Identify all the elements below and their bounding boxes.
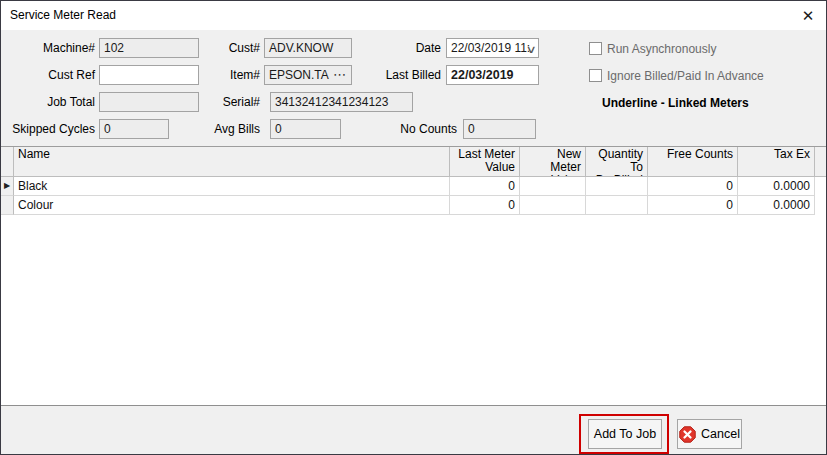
skipped-cycles-value: 0 [104, 122, 111, 136]
header-quantity-to-be-billed: Quantity ToBe Billed [586, 147, 648, 177]
no-counts-label: No Counts [371, 119, 457, 139]
ignore-billed-row: Ignore Billed/Paid In Advance [589, 68, 764, 83]
serial-field[interactable]: 34132412341234123 [270, 92, 413, 112]
grid-header-row: Name Last MeterValue New MeterValue Quan… [1, 147, 826, 177]
serial-value: 34132412341234123 [275, 95, 388, 109]
date-field[interactable]: 22/03/2019 11: ∨ [446, 38, 539, 58]
cell-tax-ex[interactable]: 0.0000 [738, 177, 815, 196]
cust-field[interactable]: ADV.KNOW [264, 38, 352, 58]
cell-filler [815, 177, 826, 196]
cell-filler [815, 196, 826, 215]
chevron-down-icon[interactable]: ∨ [525, 40, 536, 58]
linked-meters-note: Underline - Linked Meters [602, 96, 749, 110]
cell-name[interactable]: Colour [14, 196, 450, 215]
machine-label: Machine# [1, 38, 95, 58]
header-filler [815, 147, 826, 177]
ignore-billed-checkbox[interactable] [589, 69, 602, 82]
cancel-button[interactable]: Cancel [677, 419, 742, 449]
date-label: Date [356, 38, 441, 58]
add-to-job-button[interactable]: Add To Job [588, 419, 662, 449]
cust-label: Cust# [151, 38, 260, 58]
footer-bar: Add To Job Cancel [1, 405, 826, 454]
serial-label: Serial# [151, 92, 260, 112]
no-counts-value: 0 [468, 122, 475, 136]
last-billed-field[interactable]: 22/03/2019 [446, 65, 539, 85]
avg-bills-field[interactable]: 0 [270, 119, 341, 139]
item-field[interactable]: EPSON.TA ⋯ [264, 65, 352, 85]
row-selector-cell [1, 196, 14, 215]
cell-free-counts[interactable]: 0 [648, 177, 738, 196]
add-to-job-label: Add To Job [594, 427, 656, 441]
cancel-label: Cancel [701, 427, 740, 441]
cell-quantity-to-be-billed[interactable] [586, 177, 648, 196]
cell-free-counts[interactable]: 0 [648, 196, 738, 215]
cust-ref-label: Cust Ref [1, 65, 95, 85]
header-name: Name [14, 147, 450, 177]
last-billed-value: 22/03/2019 [451, 68, 514, 82]
machine-value: 102 [104, 41, 124, 55]
cell-name[interactable]: Black [14, 177, 450, 196]
avg-bills-value: 0 [275, 122, 282, 136]
header-selector-cell [1, 147, 14, 177]
run-async-label: Run Asynchronously [607, 42, 716, 56]
job-total-label: Job Total [1, 92, 95, 112]
cell-last-meter-value[interactable]: 0 [450, 196, 520, 215]
date-value: 22/03/2019 11: [451, 41, 530, 55]
no-counts-field[interactable]: 0 [463, 119, 536, 139]
table-row[interactable]: Colour 0 0 0.0000 [1, 196, 826, 215]
item-browse-button[interactable]: ⋯ [333, 66, 347, 84]
run-async-checkbox[interactable] [589, 42, 602, 55]
cust-value: ADV.KNOW [269, 41, 333, 55]
title-bar[interactable]: Service Meter Read ✕ [1, 1, 826, 30]
skipped-cycles-label: Skipped Cycles [1, 119, 95, 139]
cell-tax-ex[interactable]: 0.0000 [738, 196, 815, 215]
run-async-row: Run Asynchronously [589, 41, 716, 56]
dialog-title: Service Meter Read [10, 8, 116, 22]
avg-bills-label: Avg Bills [151, 119, 260, 139]
meter-grid: Name Last MeterValue New MeterValue Quan… [1, 146, 826, 405]
cell-new-meter-value[interactable] [520, 196, 586, 215]
header-last-meter-value: Last MeterValue [450, 147, 520, 177]
table-row[interactable]: ▶ Black 0 0 0.0000 [1, 177, 826, 196]
cancel-stop-icon [679, 426, 696, 443]
close-icon[interactable]: ✕ [796, 5, 820, 27]
row-selector-icon: ▶ [1, 177, 14, 196]
header-tax-ex: Tax Ex [738, 147, 815, 177]
last-billed-label: Last Billed [356, 65, 441, 85]
item-label: Item# [151, 65, 260, 85]
header-free-counts: Free Counts [648, 147, 738, 177]
ignore-billed-label: Ignore Billed/Paid In Advance [607, 69, 764, 83]
cell-new-meter-value[interactable] [520, 177, 586, 196]
service-meter-read-dialog: Service Meter Read ✕ Machine# 102 Cust# … [0, 0, 827, 455]
item-value: EPSON.TA [269, 68, 329, 82]
cell-last-meter-value[interactable]: 0 [450, 177, 520, 196]
cell-quantity-to-be-billed[interactable] [586, 196, 648, 215]
header-new-meter-value: New MeterValue [520, 147, 586, 177]
